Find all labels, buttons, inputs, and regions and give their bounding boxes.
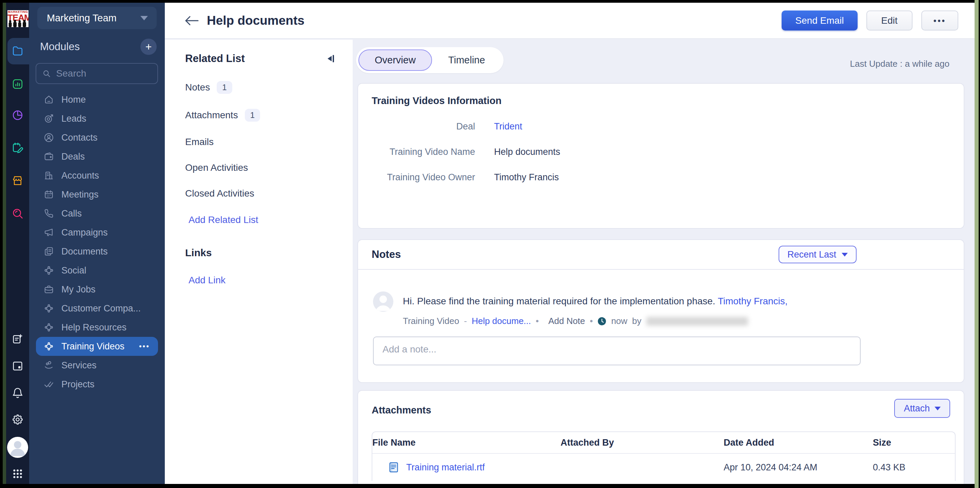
collapse-panel-icon[interactable] (326, 54, 335, 64)
note-meta: Training Video - Help docume... • Add No… (403, 316, 788, 326)
module-icon (44, 360, 54, 371)
org-logo-silhouettes (8, 20, 29, 27)
sidebar-item-social[interactable]: Social (36, 261, 158, 280)
related-item-label: Emails (185, 136, 214, 147)
related-item-label: Notes (185, 82, 210, 93)
search-input[interactable] (56, 68, 151, 79)
sidebar-item-meetings[interactable]: Meetings (36, 185, 158, 204)
related-list-panel: Related List Notes 1 Attachments 1 Email… (165, 40, 353, 484)
column-header: Date Added (724, 437, 873, 448)
related-item-attachments[interactable]: Attachments 1 (185, 109, 353, 122)
sidebar-item-label: Help Resources (61, 322, 126, 333)
edit-button[interactable]: Edit (866, 11, 913, 30)
note-item: Hi. Please find the training material re… (373, 292, 949, 326)
module-icon (44, 265, 54, 276)
sidebar-item-my-jobs[interactable]: My Jobs (36, 280, 158, 299)
app-window: MARKETING TEAM Marketing Team Modules + (0, 0, 980, 488)
sidebar-item-label: My Jobs (61, 284, 95, 295)
note-record-link[interactable]: Help docume... (472, 316, 531, 326)
add-related-list-link[interactable]: Add Related List (185, 214, 353, 225)
sidebar-item-home[interactable]: Home (36, 90, 158, 109)
note-text: Hi. Please find the training material re… (403, 292, 788, 308)
add-module-button[interactable]: + (140, 39, 157, 55)
add-note-link[interactable]: Add Note (548, 316, 585, 326)
sidebar-item-label: Home (61, 95, 86, 105)
notes-card: Notes Recent Last Hi. Please find the (357, 239, 964, 383)
size-cell: 0.43 KB (873, 462, 955, 473)
org-switcher[interactable]: Marketing Team (37, 7, 157, 29)
sidebar-item-training-videos[interactable]: Training Videos ••• (36, 337, 158, 356)
chevron-down-icon (140, 16, 148, 21)
marketplace-icon[interactable] (11, 174, 24, 187)
sidebar-item-label: Documents (61, 246, 108, 257)
add-link-link[interactable]: Add Link (185, 275, 353, 286)
module-icon (44, 227, 54, 238)
sidebar-item-leads[interactable]: Leads (36, 109, 158, 128)
sidebar-item-calls[interactable]: Calls (36, 204, 158, 223)
sidebar-item-accounts[interactable]: Accounts (36, 166, 158, 185)
add-note-input[interactable] (373, 336, 861, 365)
related-item-label: Attachments (185, 110, 238, 120)
page-title: Help documents (207, 14, 304, 28)
notes-sort-button[interactable]: Recent Last (779, 246, 857, 263)
send-email-button[interactable]: Send Email (782, 11, 857, 30)
sidebar-item-help-resources[interactable]: Help Resources (36, 318, 158, 337)
org-logo[interactable]: MARKETING TEAM (8, 10, 29, 27)
more-options-icon[interactable]: ••• (139, 342, 150, 351)
analytics-icon[interactable] (11, 109, 24, 121)
redacted-author (646, 317, 748, 326)
module-icon (44, 322, 54, 333)
file-name-link[interactable]: Training material.rtf (406, 462, 485, 473)
modules-sidebar: Marketing Team Modules + Home Leads (29, 3, 165, 484)
attach-button-label: Attach (904, 403, 930, 414)
user-avatar[interactable] (7, 437, 28, 458)
sidebar-item-contacts[interactable]: Contacts (36, 128, 158, 147)
settings-icon[interactable] (11, 414, 24, 426)
sidebar-item-campaigns[interactable]: Campaigns (36, 223, 158, 242)
sidebar-item-deals[interactable]: Deals (36, 147, 158, 166)
chevron-down-icon (935, 407, 941, 410)
record-scroll-area[interactable]: Training Videos Information Deal Trident… (353, 80, 975, 484)
related-item-closed-activities[interactable]: Closed Activities (185, 188, 353, 199)
module-icon (44, 303, 54, 314)
sidebar-item-projects[interactable]: Projects (36, 375, 158, 394)
field-row: Deal Trident (358, 121, 964, 132)
overview-panel: OverviewTimeline Last Update : a while a… (353, 40, 975, 484)
module-icon (44, 114, 54, 124)
module-icon (44, 133, 54, 143)
module-icon (44, 152, 54, 162)
related-item-notes[interactable]: Notes 1 (185, 81, 353, 94)
sidebar-item-label: Services (61, 360, 97, 371)
module-icon (44, 341, 54, 352)
attachments-card: Attachments Attach File NameAttached ByD… (357, 390, 964, 484)
calendar-icon[interactable] (11, 360, 24, 372)
folder-icon[interactable] (11, 45, 24, 57)
zia-search-icon[interactable] (11, 208, 24, 220)
sidebar-item-documents[interactable]: Documents (36, 242, 158, 261)
more-actions-button[interactable]: ••• (921, 11, 958, 30)
attach-button[interactable]: Attach (894, 399, 950, 418)
add-record-icon[interactable] (11, 333, 24, 345)
field-value: Trident (494, 121, 522, 132)
right-edge-strip (975, 0, 978, 488)
back-icon[interactable] (185, 15, 199, 27)
left-edge-strip (3, 3, 6, 484)
tab-overview[interactable]: Overview (358, 49, 432, 71)
sidebar-item-services[interactable]: Services (36, 356, 158, 375)
sidebar-item-label: Meetings (61, 189, 99, 200)
sidebar-item-customer-compa[interactable]: Customer Compa... (36, 299, 158, 318)
notifications-icon[interactable] (11, 387, 24, 399)
app-grid-icon[interactable] (11, 467, 24, 480)
planner-icon[interactable] (11, 142, 24, 154)
note-author-link[interactable]: Timothy Francis, (718, 296, 788, 306)
related-item-emails[interactable]: Emails (185, 136, 353, 147)
sidebar-item-label: Campaigns (61, 227, 108, 238)
tab-timeline[interactable]: Timeline (432, 49, 501, 71)
related-item-open-activities[interactable]: Open Activities (185, 162, 353, 173)
search-icon (42, 69, 51, 78)
module-search[interactable] (36, 63, 158, 84)
clock-icon (598, 317, 606, 326)
reports-icon[interactable] (11, 78, 24, 90)
field-label: Training Video Name (358, 147, 475, 157)
note-module-label: Training Video (403, 316, 459, 326)
